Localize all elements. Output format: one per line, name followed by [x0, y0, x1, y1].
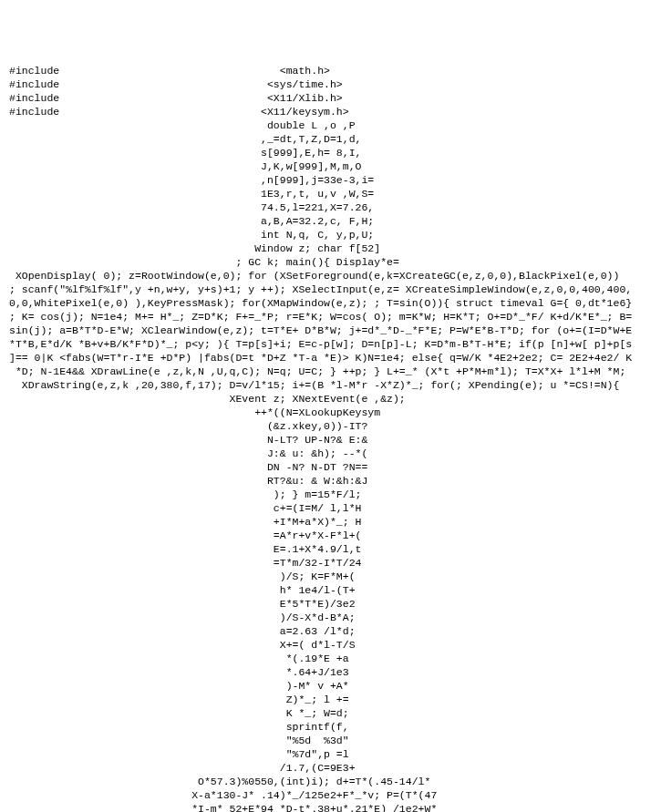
ioccc-flight-sim-source: #include <math.h> #include <sys/time.h> …: [9, 64, 652, 812]
